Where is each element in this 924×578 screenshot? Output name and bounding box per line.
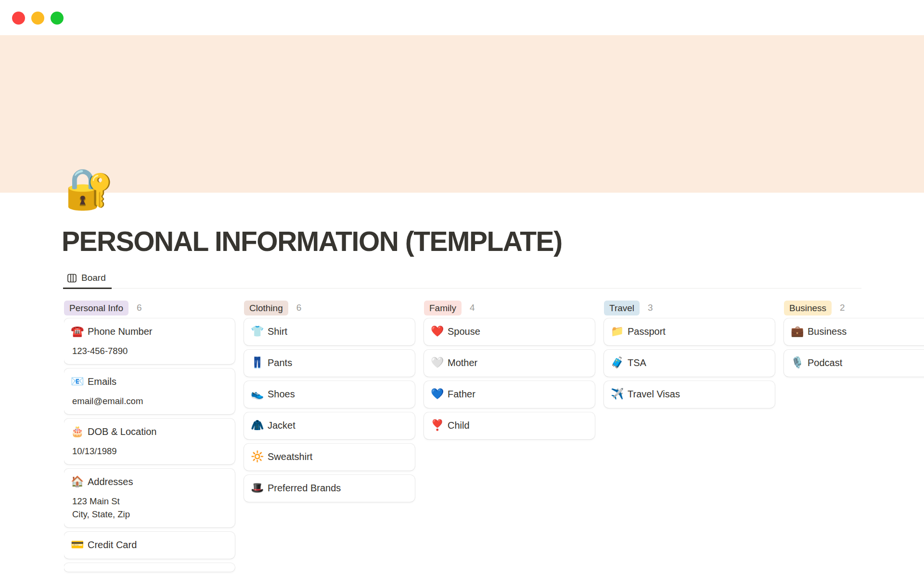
column-count: 4: [470, 302, 475, 313]
board-column-business: Business2💼Business🎙️Podcast: [784, 297, 924, 578]
coat-icon: 🧥: [251, 419, 265, 432]
card-title-row: ❤️Spouse: [431, 324, 587, 339]
column-header: Clothing6: [244, 297, 415, 318]
credit-card-icon: 💳: [71, 539, 85, 551]
microphone-icon: 🎙️: [791, 356, 805, 369]
card-subtext-line: 10/13/1989: [72, 445, 227, 458]
card-title: Podcast: [808, 357, 842, 368]
board-card[interactable]: 🧳TSA: [604, 350, 775, 377]
card-title-row: 💼Business: [791, 324, 924, 339]
board-card[interactable]: 🏠Addresses123 Main StCity, State, Zip: [64, 469, 235, 527]
tab-board-label: Board: [81, 273, 106, 283]
card-title-row: 🎙️Podcast: [791, 355, 924, 370]
board-card[interactable]: ☎️Phone Number123-456-7890: [64, 318, 235, 364]
board-card[interactable]: 💼Business: [784, 318, 924, 345]
card-title-row: 📧Emails: [71, 374, 227, 389]
board-card[interactable]: 💙Father: [424, 381, 595, 408]
board-column-personal-info: Personal Info6☎️Phone Number123-456-7890…: [64, 297, 235, 578]
board-card[interactable]: 💳Credit Card: [64, 532, 235, 559]
card-title: Business: [808, 326, 847, 337]
column-count: 6: [137, 302, 142, 313]
card-subtext: 123-456-7890: [72, 344, 227, 357]
board-card[interactable]: 📁Passport: [604, 318, 775, 345]
board-card[interactable]: ✈️Travel Visas: [604, 381, 775, 408]
card-title-row: 🤍Mother: [431, 355, 587, 370]
card-title: Preferred Brands: [268, 483, 341, 494]
card-title: Credit Card: [88, 539, 137, 551]
column-tag[interactable]: Clothing: [244, 301, 288, 315]
sneaker-icon: 👟: [251, 388, 265, 400]
board-card[interactable]: 🎙️Podcast: [784, 350, 924, 377]
column-tag[interactable]: Personal Info: [64, 301, 128, 315]
card-title-row: 💳Credit Card: [71, 538, 227, 552]
board-view-icon: [67, 274, 77, 283]
board-card[interactable]: 🧥Jacket: [244, 412, 415, 439]
card-subtext-line: 123 Main St: [72, 495, 227, 508]
page-title[interactable]: PERSONAL INFORMATION (TEMPLATE): [62, 225, 562, 257]
card-title-row: 👕Shirt: [251, 324, 407, 339]
zoom-window-button[interactable]: [51, 12, 64, 25]
card-title: Sweatshirt: [268, 451, 312, 462]
card-title-row: 🧥Jacket: [251, 418, 407, 433]
board-card[interactable]: 🎂DOB & Location10/13/1989: [64, 419, 235, 464]
column-count: 3: [648, 302, 653, 313]
card-title: Shirt: [268, 326, 287, 337]
view-tabs-bar: Board: [63, 268, 861, 289]
card-title-row: 🧳TSA: [611, 355, 767, 370]
card-title: Mother: [448, 357, 477, 368]
top-hat-icon: 🎩: [251, 482, 265, 494]
board-column-clothing: Clothing6👕Shirt👖Pants👟Shoes🧥Jacket🔆Sweat…: [244, 297, 415, 578]
board-card-partial[interactable]: [64, 563, 235, 572]
card-title: Shoes: [268, 389, 295, 400]
card-subtext-line: 123-456-7890: [72, 344, 227, 357]
board-card[interactable]: 🎩Preferred Brands: [244, 475, 415, 502]
column-tag[interactable]: Business: [784, 301, 832, 315]
birthday-cake-icon: 🎂: [71, 425, 85, 438]
board-column-travel: Travel3📁Passport🧳TSA✈️Travel Visas: [604, 297, 775, 578]
board-card[interactable]: 🔆Sweatshirt: [244, 444, 415, 471]
email-icon: 📧: [71, 375, 85, 388]
card-title-row: 🎂DOB & Location: [71, 424, 227, 439]
page-cover-banner[interactable]: [0, 35, 924, 193]
card-title: Spouse: [448, 326, 480, 337]
tab-board[interactable]: Board: [63, 268, 112, 289]
board-card[interactable]: ❣️Child: [424, 412, 595, 439]
card-title-row: 💙Father: [431, 387, 587, 401]
board-card[interactable]: 👟Shoes: [244, 381, 415, 408]
briefcase-icon: 💼: [791, 325, 805, 338]
column-tag[interactable]: Travel: [604, 301, 640, 315]
card-title: Pants: [268, 357, 292, 368]
column-tag[interactable]: Family: [424, 301, 462, 315]
locked-with-key-icon[interactable]: 🔐: [64, 166, 114, 212]
board-card[interactable]: 🤍Mother: [424, 350, 595, 377]
board-column-family: Family4❤️Spouse🤍Mother💙Father❣️Child: [424, 297, 595, 578]
card-title-row: 🔆Sweatshirt: [251, 449, 407, 464]
board-card[interactable]: 👖Pants: [244, 350, 415, 377]
house-icon: 🏠: [71, 475, 85, 488]
card-title: Child: [448, 420, 470, 431]
card-title-row: ✈️Travel Visas: [611, 387, 767, 401]
column-count: 6: [296, 302, 302, 313]
card-title: Travel Visas: [628, 389, 680, 400]
board-card[interactable]: ❤️Spouse: [424, 318, 595, 345]
column-header: Family4: [424, 297, 595, 318]
window-titlebar: [0, 0, 924, 35]
card-title-row: 👖Pants: [251, 355, 407, 370]
board-card[interactable]: 👕Shirt: [244, 318, 415, 345]
card-subtext: 123 Main StCity, State, Zip: [72, 495, 227, 521]
column-count: 2: [840, 302, 845, 313]
luggage-icon: 🧳: [611, 356, 625, 369]
minimize-window-button[interactable]: [31, 12, 44, 25]
card-title: Father: [448, 389, 475, 400]
card-title: Phone Number: [88, 326, 153, 337]
card-title-row: 👟Shoes: [251, 387, 407, 401]
card-title: DOB & Location: [88, 426, 156, 437]
column-header: Travel3: [604, 297, 775, 318]
card-title-row: 🎩Preferred Brands: [251, 481, 407, 495]
card-title-row: 📁Passport: [611, 324, 767, 339]
sun-bright-icon: 🔆: [251, 450, 265, 463]
telephone-icon: ☎️: [71, 325, 85, 338]
close-window-button[interactable]: [12, 12, 25, 25]
board-card[interactable]: 📧Emailsemail@email.com: [64, 368, 235, 414]
column-header: Personal Info6: [64, 297, 235, 318]
